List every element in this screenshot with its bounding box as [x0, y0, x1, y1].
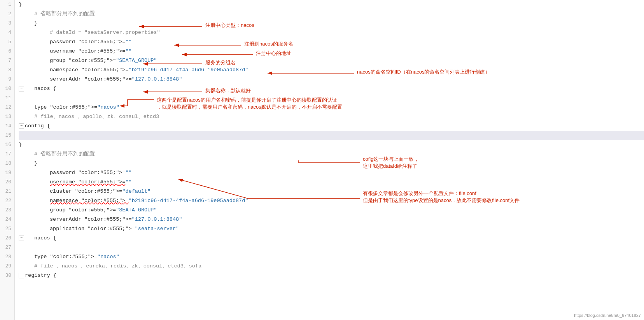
line-number-4: 4 [0, 28, 14, 37]
code-line-16 [19, 131, 644, 140]
code-line-25: username "color:#555;">= "" [19, 47, 644, 56]
code-line-12: password "color:#555;">= "" [19, 168, 644, 178]
line-number-18: 18 [0, 159, 14, 168]
code-line-28: } [19, 19, 644, 28]
line-number-20: 20 [0, 178, 14, 187]
fold-icon-1[interactable]: − [19, 273, 24, 278]
line-number-21: 21 [0, 187, 14, 196]
code-line-18: # file、nacos 、apollo、zk、consul、etcd3 [19, 112, 644, 121]
fold-icon-21[interactable]: − [19, 86, 24, 91]
line-number-1: 1 [0, 0, 14, 9]
line-number-2: 2 [0, 9, 14, 19]
line-number-22: 22 [0, 196, 14, 206]
line-number-16: 16 [0, 140, 14, 149]
code-line-6: application "color:#555;">= "seata-serve… [19, 224, 644, 234]
line-number-10: 10 [0, 84, 14, 93]
line-number-28: 28 [0, 252, 14, 262]
code-line-2: # file 、nacos 、eureka、redis、zk、consul、et… [19, 262, 644, 271]
code-line-29: # 省略部分用不到的配置 [19, 9, 644, 19]
line-number-17: 17 [0, 149, 14, 159]
line-number-3: 3 [0, 19, 14, 28]
line-number-11: 11 [0, 93, 14, 103]
code-line-20 [19, 93, 644, 103]
code-line-22: serverAddr "color:#555;">= "127.0.0.1:88… [19, 75, 644, 84]
code-line-19: type "color:#555;">= "nacos" [19, 103, 644, 112]
line-numbers: 1234567891011121314151617181920212223242… [0, 0, 15, 320]
code-line-17: −config { [19, 121, 644, 131]
line-number-29: 29 [0, 262, 14, 271]
code-line-23: namespace "color:#555;">= "b2191c96-d417… [19, 65, 644, 75]
editor-container: 1234567891011121314151617181920212223242… [0, 0, 644, 320]
code-line-1: −registry { [19, 271, 644, 280]
code-area: }# 省略部分用不到的配置}# dataId = "seataServer.pr… [15, 0, 644, 320]
code-line-10: cluster "color:#555;">= "default" [19, 187, 644, 196]
line-number-27: 27 [0, 243, 14, 252]
code-line-15: } [19, 140, 644, 149]
code-line-14: # 省略部分用不到的配置 [19, 149, 644, 159]
fold-icon-17[interactable]: − [19, 123, 24, 129]
line-number-19: 19 [0, 168, 14, 178]
code-line-7: serverAddr "color:#555;">= "127.0.0.1:88… [19, 215, 644, 224]
code-line-4 [19, 243, 644, 252]
code-line-21: −nacos { [19, 84, 644, 93]
line-number-7: 7 [0, 56, 14, 65]
code-line-27: # dataId = "seataServer.properties" [19, 28, 644, 37]
fold-icon-5[interactable]: − [19, 236, 24, 241]
line-number-14: 14 [0, 121, 14, 131]
code-line-24: group "color:#555;">= "SEATA_GROUP" [19, 56, 644, 65]
line-number-24: 24 [0, 215, 14, 224]
line-number-26: 26 [0, 234, 14, 243]
code-line-8: group "color:#555;">= "SEATA_GROUP" [19, 206, 644, 215]
code-line-13: } [19, 159, 644, 168]
code-line-30: } [19, 0, 644, 9]
squiggle-11: username "color:#555;">= [50, 178, 125, 187]
code-line-26: password "color:#555;">= "" [19, 37, 644, 47]
line-number-25: 25 [0, 224, 14, 234]
code-line-11: username "color:#555;">= "" [19, 178, 644, 187]
line-number-9: 9 [0, 75, 14, 84]
line-number-12: 12 [0, 103, 14, 112]
squiggle-9: namespace "color:#555;">= [50, 196, 129, 206]
line-number-15: 15 [0, 131, 14, 140]
watermark: https://blog.csdn.net/m0_67401827 [574, 313, 641, 318]
line-number-8: 8 [0, 65, 14, 75]
line-number-30: 30 [0, 271, 14, 280]
line-number-13: 13 [0, 112, 14, 121]
line-number-23: 23 [0, 206, 14, 215]
code-line-9: namespace "color:#555;">= "b2191c96-d417… [19, 196, 644, 206]
line-number-6: 6 [0, 47, 14, 56]
code-line-5: −nacos { [19, 234, 644, 243]
line-number-5: 5 [0, 37, 14, 47]
code-line-3: type "color:#555;">= "nacos" [19, 252, 644, 262]
